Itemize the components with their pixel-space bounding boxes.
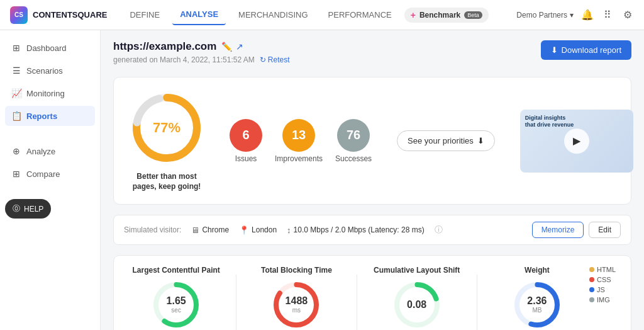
metric-tbt-value: 1488: [286, 295, 308, 307]
chevron-down-icon: ▾: [570, 11, 574, 20]
sidebar-item-reports[interactable]: 📋 Reports: [5, 106, 95, 126]
page-header-icons: ✏️ ↗: [221, 42, 243, 52]
sim-actions: Memorize Edit: [532, 222, 621, 238]
sim-speed: ↕ 10.0 Mbps / 2.0 Mbps (Latency: 28 ms): [287, 225, 425, 235]
sidebar-item-dashboard[interactable]: ⊞ Dashboard: [5, 38, 95, 58]
nav-benchmark[interactable]: + Benchmark Beta: [404, 8, 489, 23]
info-icon[interactable]: ⓘ: [435, 224, 443, 236]
score-label: Better than most pages, keep going!: [129, 172, 204, 191]
nav-performance[interactable]: PERFORMANCE: [321, 5, 399, 25]
priorities-button[interactable]: See your priorities ⬇: [397, 130, 495, 151]
help-label: HELP: [24, 205, 43, 213]
refresh-icon: ↻: [260, 55, 266, 64]
edit-url-icon[interactable]: ✏️: [221, 42, 232, 52]
memorize-button[interactable]: Memorize: [532, 222, 584, 238]
video-text: Digital insights that drive revenue: [525, 115, 575, 129]
help-icon: ⓪: [13, 203, 20, 214]
scenarios-icon: ☰: [11, 65, 21, 76]
edit-button[interactable]: Edit: [589, 222, 621, 238]
page-header: https://example.com ✏️ ↗: [113, 40, 290, 53]
dashboard-icon: ⊞: [11, 43, 21, 53]
metric-lcp-unit: sec: [167, 307, 186, 315]
beta-badge: Beta: [464, 11, 482, 19]
sidebar-item-monitoring[interactable]: 📈 Monitoring: [5, 83, 95, 103]
nav-merchandising[interactable]: MERCHANDISING: [231, 5, 316, 25]
successes-badge: 76 Successes: [335, 119, 372, 163]
score-badges: 6 Issues 13 Improvements 76 Successes: [230, 119, 372, 163]
simulated-visitor-bar: Simulated visitor: 🖥 Chrome 📍 London ↕ 1…: [113, 215, 631, 245]
metrics-divider-3: [477, 275, 477, 330]
successes-circle: 76: [337, 119, 370, 152]
metric-lcp-value: 1.65: [167, 295, 186, 307]
settings-icon[interactable]: ⚙: [621, 9, 634, 21]
monitor-icon: 🖥: [191, 225, 199, 235]
logo[interactable]: CS CONTENTSQUARE: [10, 6, 107, 24]
play-button[interactable]: ▶: [564, 128, 589, 154]
legend-img: IMG: [589, 296, 616, 304]
metric-weight-donut: 2.36 MB: [512, 280, 562, 330]
sidebar-label-analyze: Analyze: [26, 147, 55, 156]
metric-lcp-title: Largest Contentful Paint: [132, 266, 219, 275]
metric-cls: Cumulative Layout Shift 0.08 ⓘ: [370, 266, 464, 330]
js-label: JS: [597, 286, 605, 293]
bell-icon[interactable]: 🔔: [581, 9, 594, 21]
arrow-down-icon: ⬇: [477, 136, 484, 145]
speed-icon: ↕: [287, 225, 291, 235]
improvements-circle: 13: [282, 119, 315, 152]
page-meta: generated on March 4, 2022, 11:51:52 AM …: [113, 55, 290, 64]
grid-icon[interactable]: ⠿: [601, 9, 614, 21]
metric-cls-value: 0.08: [407, 299, 426, 311]
compare-icon: ⊞: [11, 169, 21, 179]
legend-js: JS: [589, 286, 616, 293]
metric-cls-center: 0.08: [407, 299, 426, 311]
sidebar: ⊞ Dashboard ☰ Scenarios 📈 Monitoring 📋 R…: [0, 30, 101, 330]
metric-weight-title: Weight: [525, 266, 550, 275]
benchmark-plus-icon: +: [411, 10, 416, 20]
logo-text: CONTENTSQUARE: [33, 10, 107, 20]
weight-legend: HTML CSS JS IMG: [589, 266, 616, 304]
metric-weight: Weight 2.36 MB ⓘ: [490, 266, 584, 330]
js-dot: [589, 287, 594, 292]
demo-partners-dropdown[interactable]: Demo Partners ▾: [516, 11, 574, 20]
metric-lcp-center: 1.65 sec: [167, 295, 186, 315]
video-thumbnail[interactable]: Digital insights that drive revenue ▶: [520, 110, 633, 173]
metric-tbt-donut: 1488 ms: [271, 280, 321, 330]
metric-weight-value: 2.36: [527, 295, 547, 307]
sim-browser: 🖥 Chrome: [191, 225, 229, 235]
help-button[interactable]: ⓪ HELP: [5, 199, 51, 219]
sim-location: 📍 London: [239, 225, 277, 235]
metric-tbt-title: Total Blocking Time: [261, 266, 332, 275]
benchmark-label: Benchmark: [419, 11, 460, 20]
metric-tbt-center: 1488 ms: [286, 295, 308, 315]
sidebar-label-reports: Reports: [26, 111, 57, 121]
score-section: 77% Better than most pages, keep going!: [129, 90, 204, 191]
html-label: HTML: [597, 266, 616, 273]
css-label: CSS: [597, 276, 611, 283]
sidebar-item-scenarios[interactable]: ☰ Scenarios: [5, 60, 95, 81]
sidebar-label-dashboard: Dashboard: [26, 43, 67, 53]
img-label: IMG: [597, 296, 610, 304]
sidebar-item-analyze[interactable]: ⊕ Analyze: [5, 141, 95, 161]
top-nav: CS CONTENTSQUARE DEFINE ANALYSE MERCHAND…: [0, 0, 644, 30]
sidebar-label-compare: Compare: [26, 169, 60, 179]
monitoring-icon: 📈: [11, 88, 21, 98]
img-dot: [589, 297, 594, 302]
legend-html: HTML: [589, 266, 616, 273]
metrics-divider-1: [236, 275, 236, 330]
html-dot: [589, 267, 594, 272]
metrics-divider-2: [357, 275, 357, 330]
page-url: https://example.com: [113, 40, 216, 53]
sidebar-item-compare[interactable]: ⊞ Compare: [5, 164, 95, 184]
nav-define[interactable]: DEFINE: [122, 5, 167, 25]
sidebar-label-monitoring: Monitoring: [26, 89, 65, 98]
nav-analyse[interactable]: ANALYSE: [172, 4, 226, 25]
metrics-row: Largest Contentful Paint 1.65 sec ⓘ Tota…: [113, 255, 631, 330]
open-external-icon[interactable]: ↗: [236, 42, 243, 52]
score-percent: 77%: [153, 120, 180, 136]
css-dot: [589, 277, 594, 282]
page-header-left: https://example.com ✏️ ↗ generated on Ma…: [113, 40, 290, 74]
improvements-label: Improvements: [275, 154, 323, 163]
download-report-button[interactable]: ⬇ Download report: [541, 40, 631, 60]
retest-button[interactable]: ↻ Retest: [260, 55, 290, 64]
metric-weight-unit: MB: [527, 307, 547, 315]
